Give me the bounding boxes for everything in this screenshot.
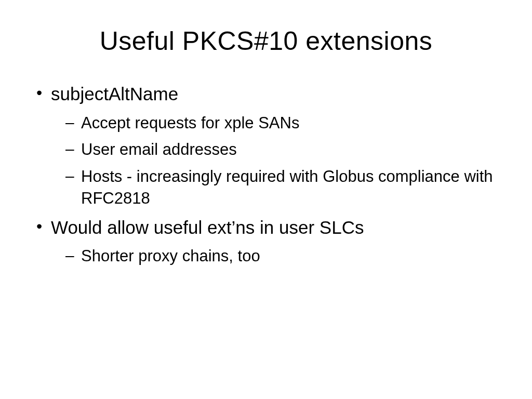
sub-list-item: Accept requests for xple SANs (81, 112, 496, 134)
sub-list-item: Shorter proxy chains, too (81, 245, 496, 267)
sub-list: Shorter proxy chains, too (51, 245, 496, 267)
sub-list: Accept requests for xple SANs User email… (51, 112, 496, 209)
list-item: Would allow useful ext’ns in user SLCs S… (51, 216, 496, 267)
slide-title: Useful PKCS#10 extensions (36, 26, 496, 56)
sub-list-item: User email addresses (81, 139, 496, 161)
list-item-text: subjectAltName (51, 84, 178, 104)
sub-list-item: Hosts - increasingly required with Globu… (81, 166, 496, 209)
list-item-text: Would allow useful ext’ns in user SLCs (51, 217, 364, 237)
bullet-list: subjectAltName Accept requests for xple … (36, 82, 496, 267)
list-item: subjectAltName Accept requests for xple … (51, 82, 496, 209)
